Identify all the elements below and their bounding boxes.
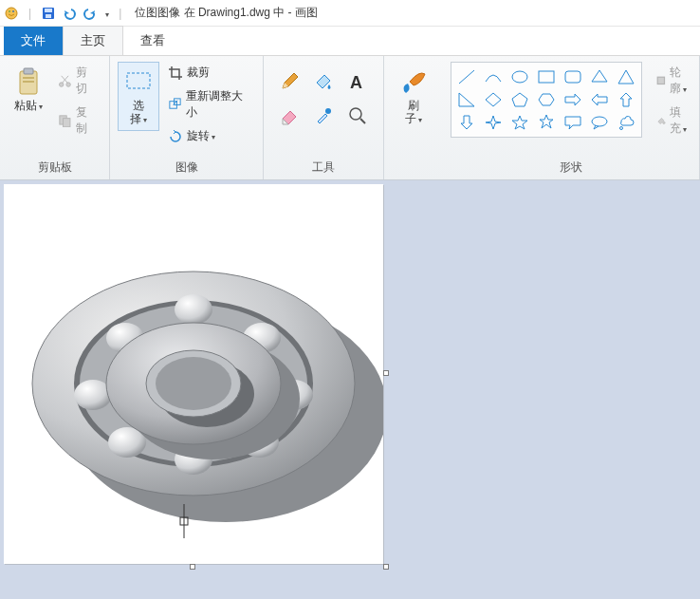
canvas-resize-handle-corner[interactable] xyxy=(383,564,389,570)
workspace xyxy=(0,180,700,599)
rotate-icon xyxy=(168,129,183,144)
shape-oval[interactable] xyxy=(508,66,531,87)
shape-fill-button[interactable]: 填充 xyxy=(652,102,691,140)
svg-rect-8 xyxy=(23,77,34,79)
app-icon xyxy=(4,6,19,21)
rotate-label: 旋转 xyxy=(187,128,215,144)
svg-rect-4 xyxy=(45,9,52,12)
shape-callout-rect[interactable] xyxy=(562,112,584,133)
group-image: 选 择 裁剪 重新调整大小 旋转 图像 xyxy=(110,56,264,179)
shape-roundrect[interactable] xyxy=(562,66,584,87)
svg-point-19 xyxy=(350,108,361,120)
svg-point-50 xyxy=(156,357,231,410)
shape-triangle[interactable] xyxy=(615,66,637,87)
shape-line[interactable] xyxy=(455,66,478,87)
paste-button[interactable]: 粘贴 xyxy=(8,62,49,117)
magnifier-tool[interactable] xyxy=(343,102,372,130)
shape-polygon[interactable] xyxy=(588,66,611,87)
scissors-icon xyxy=(58,73,72,88)
shape-right-triangle[interactable] xyxy=(455,89,478,110)
svg-point-20 xyxy=(512,71,527,83)
text-tool[interactable]: A xyxy=(343,67,372,96)
tools-group-label: 工具 xyxy=(271,156,376,178)
svg-rect-14 xyxy=(127,73,150,88)
shape-callout-cloud[interactable] xyxy=(615,112,637,133)
canvas-resize-handle-right[interactable] xyxy=(383,370,389,376)
svg-point-18 xyxy=(325,108,331,114)
group-clipboard: 粘贴 剪切 复制 剪贴板 xyxy=(0,56,110,179)
svg-marker-29 xyxy=(540,115,553,128)
select-button[interactable]: 选 择 xyxy=(118,62,159,131)
paste-label: 粘贴 xyxy=(14,97,43,112)
clipboard-icon xyxy=(13,66,44,97)
tab-home[interactable]: 主页 xyxy=(63,26,123,55)
brush-label: 刷 子 xyxy=(405,97,422,126)
shape-pentagon[interactable] xyxy=(508,89,531,110)
ribbon-tabs: 文件 主页 查看 xyxy=(0,27,700,55)
copy-label: 复制 xyxy=(76,104,97,137)
shape-5star[interactable] xyxy=(508,112,531,133)
canvas[interactable] xyxy=(4,184,383,564)
document-title: 位图图像 在 Drawing1.dwg 中 - 画图 xyxy=(131,5,318,21)
brush-group-spacer xyxy=(392,159,435,178)
ribbon: 粘贴 剪切 复制 剪贴板 选 择 xyxy=(0,55,700,180)
svg-point-2 xyxy=(12,10,14,12)
brush-button[interactable]: 刷 子 xyxy=(392,62,435,131)
svg-marker-27 xyxy=(512,93,527,106)
shape-arrow-left[interactable] xyxy=(588,89,611,110)
shapes-gallery[interactable] xyxy=(451,62,642,138)
resize-label: 重新调整大小 xyxy=(186,88,250,121)
svg-rect-32 xyxy=(657,77,664,84)
crop-icon xyxy=(168,66,183,81)
title-bar: | | 位图图像 在 Drawing1.dwg 中 - 画图 xyxy=(0,0,700,27)
eraser-tool[interactable] xyxy=(275,102,304,130)
qat-dropdown-icon[interactable] xyxy=(103,7,109,20)
rotate-button[interactable]: 旋转 xyxy=(163,125,255,147)
svg-marker-23 xyxy=(592,70,607,82)
crop-label: 裁剪 xyxy=(187,65,210,81)
svg-rect-5 xyxy=(46,14,51,18)
cut-button[interactable]: 剪切 xyxy=(53,62,101,100)
svg-point-31 xyxy=(620,127,623,130)
undo-icon[interactable] xyxy=(62,6,77,21)
group-tools: A 工具 xyxy=(264,56,384,179)
pencil-tool[interactable] xyxy=(275,67,304,96)
qat-sep: | xyxy=(25,7,35,20)
select-label: 选 择 xyxy=(130,97,147,126)
shape-arrow-right[interactable] xyxy=(562,89,584,110)
redo-icon[interactable] xyxy=(83,6,98,21)
svg-point-33 xyxy=(663,122,665,123)
copy-icon xyxy=(58,113,72,128)
shape-hexagon[interactable] xyxy=(535,89,558,110)
shape-outline-button[interactable]: 轮廓 xyxy=(652,62,691,100)
quick-access-toolbar: | | xyxy=(4,6,131,21)
shape-arrow-down[interactable] xyxy=(455,112,478,133)
svg-rect-13 xyxy=(64,118,70,126)
shape-diamond[interactable] xyxy=(482,89,505,110)
svg-marker-28 xyxy=(539,94,554,105)
shape-arrow-up[interactable] xyxy=(615,89,637,110)
shape-4star[interactable] xyxy=(482,112,505,133)
shapes-group-label: 形状 xyxy=(451,156,691,178)
outline-icon xyxy=(656,73,666,88)
crop-button[interactable]: 裁剪 xyxy=(163,62,255,84)
save-icon[interactable] xyxy=(41,6,56,21)
shape-callout-round[interactable] xyxy=(588,112,611,133)
svg-point-10 xyxy=(60,82,64,85)
shape-rect[interactable] xyxy=(535,66,558,87)
outline-label: 轮廓 xyxy=(670,65,687,97)
tab-view[interactable]: 查看 xyxy=(123,27,182,55)
svg-point-30 xyxy=(592,117,607,126)
svg-marker-24 xyxy=(618,70,634,84)
qat-sep2: | xyxy=(115,7,125,20)
svg-point-1 xyxy=(9,10,10,12)
svg-rect-21 xyxy=(539,71,554,83)
canvas-resize-handle-bottom[interactable] xyxy=(190,564,195,570)
eyedropper-tool[interactable] xyxy=(309,102,338,130)
resize-button[interactable]: 重新调整大小 xyxy=(163,85,255,123)
fill-tool[interactable] xyxy=(309,67,338,96)
shape-curve[interactable] xyxy=(482,66,505,87)
copy-button[interactable]: 复制 xyxy=(53,102,101,140)
tab-file[interactable]: 文件 xyxy=(4,27,63,55)
shape-6star[interactable] xyxy=(535,112,558,133)
